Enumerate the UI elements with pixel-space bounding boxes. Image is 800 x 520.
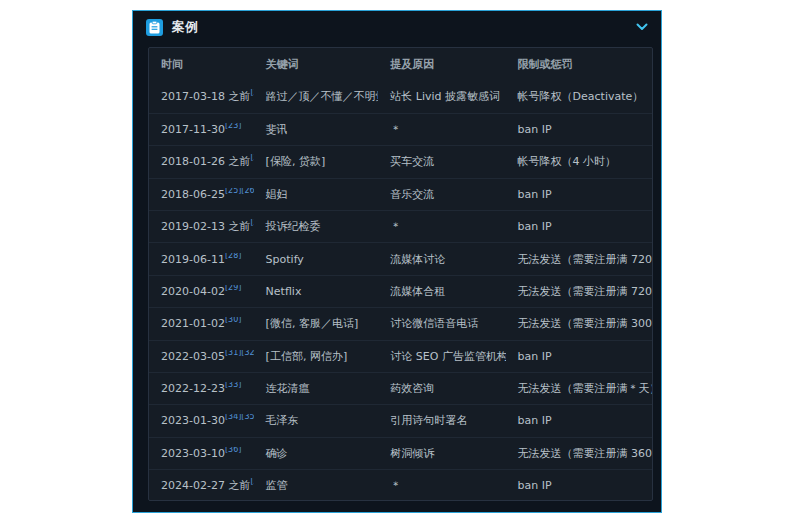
cell-penalty: ban IP bbox=[506, 479, 652, 492]
cell-time-text: 2023-01-30 bbox=[161, 414, 225, 427]
cell-keyword: 斐讯 bbox=[254, 122, 379, 137]
table-body: 2017-03-18 之前[22] 路过／顶／不懂／不明觉厉 站长 Livid … bbox=[149, 80, 652, 501]
column-header-penalty: 限制或惩罚 bbox=[506, 57, 652, 72]
column-header-reason: 提及原因 bbox=[378, 57, 505, 72]
reference-link[interactable]: [29] bbox=[225, 285, 241, 292]
cases-panel-header[interactable]: 案例 bbox=[133, 11, 661, 43]
cell-time: 2018-01-26 之前[24] bbox=[149, 154, 254, 169]
cases-panel: 案例 时间 关键词 提及原因 限制或惩罚 2017-03-18 之前[22] 路… bbox=[132, 10, 662, 513]
cell-keyword: 娼妇 bbox=[254, 187, 379, 202]
cell-penalty: ban IP bbox=[506, 414, 652, 427]
cell-penalty: 无法发送（需要注册满 360 天） bbox=[506, 446, 652, 461]
table-row: 2017-11-30[23] 斐讯 ＊ ban IP bbox=[149, 113, 652, 145]
reference-link[interactable]: [23] bbox=[225, 123, 241, 130]
cell-time-text: 2018-01-26 之前 bbox=[161, 155, 250, 168]
table-row: 2019-02-13 之前[27] 投诉纪检委 ＊ ban IP bbox=[149, 210, 652, 242]
cases-table: 时间 关键词 提及原因 限制或惩罚 2017-03-18 之前[22] 路过／顶… bbox=[148, 47, 653, 501]
reference-link[interactable]: [30] bbox=[225, 317, 241, 324]
cell-time-text: 2022-03-05 bbox=[161, 350, 225, 363]
cell-time-text: 2017-11-30 bbox=[161, 123, 225, 136]
cell-time-text: 2019-06-11 bbox=[161, 253, 225, 266]
table-row: 2019-06-11[28] Spotify 流媒体讨论 无法发送（需要注册满 … bbox=[149, 242, 652, 274]
cell-keyword: Spotify bbox=[254, 253, 379, 266]
cell-keyword: 路过／顶／不懂／不明觉厉 bbox=[254, 89, 379, 104]
cell-keyword: Netflix bbox=[254, 285, 379, 298]
cell-reason: 药效咨询 bbox=[378, 381, 505, 396]
table-row: 2017-03-18 之前[22] 路过／顶／不懂／不明觉厉 站长 Livid … bbox=[149, 80, 652, 112]
cell-time-text: 2023-03-10 bbox=[161, 447, 225, 460]
table-row: 2018-06-25[25][26] 娼妇 音乐交流 ban IP bbox=[149, 178, 652, 210]
cell-keyword: 投诉纪检委 bbox=[254, 219, 379, 234]
clipboard-icon bbox=[146, 19, 163, 36]
cell-reason: 音乐交流 bbox=[378, 187, 505, 202]
cell-time-text: 2022-12-23 bbox=[161, 382, 225, 395]
cell-reason: 站长 Livid 披露敏感词 bbox=[378, 89, 505, 104]
reference-link[interactable]: [36] bbox=[225, 447, 241, 454]
cell-time-text: 2017-03-18 之前 bbox=[161, 90, 250, 103]
cell-time-text: 2021-01-02 bbox=[161, 317, 225, 330]
cell-keyword: [工信部, 网信办] bbox=[254, 349, 379, 364]
chevron-down-icon[interactable] bbox=[636, 23, 648, 31]
table-row: 2022-12-23[33] 连花清瘟 药效咨询 无法发送（需要注册满＊天） bbox=[149, 372, 652, 404]
cell-reason: 讨论微信语音电话 bbox=[378, 316, 505, 331]
cell-reason: 买车交流 bbox=[378, 154, 505, 169]
column-header-keyword: 关键词 bbox=[254, 57, 379, 72]
cell-time: 2020-04-02[29] bbox=[149, 285, 254, 298]
table-row: 2018-01-26 之前[24] [保险, 贷款] 买车交流 帐号降权（4 小… bbox=[149, 145, 652, 177]
cell-reason: 树洞倾诉 bbox=[378, 446, 505, 461]
cell-penalty: 帐号降权（4 小时） bbox=[506, 154, 652, 169]
cell-time: 2019-02-13 之前[27] bbox=[149, 219, 254, 234]
cell-time: 2024-02-27 之前[37] bbox=[149, 478, 254, 493]
cell-time: 2021-01-02[30] bbox=[149, 317, 254, 330]
table-row: 2023-03-10[36] 确诊 树洞倾诉 无法发送（需要注册满 360 天） bbox=[149, 437, 652, 469]
cell-penalty: ban IP bbox=[506, 188, 652, 201]
cell-time-text: 2024-02-27 之前 bbox=[161, 479, 250, 492]
reference-link[interactable]: [28] bbox=[225, 253, 241, 260]
cell-keyword: 连花清瘟 bbox=[254, 381, 379, 396]
table-row: 2022-03-05[31][32] [工信部, 网信办] 讨论 SEO 广告监… bbox=[149, 340, 652, 372]
cell-penalty: 无法发送（需要注册满 300 天） bbox=[506, 316, 652, 331]
cell-keyword: 监管 bbox=[254, 478, 379, 493]
cell-reason: 流媒体合租 bbox=[378, 284, 505, 299]
cell-penalty: 帐号降权（Deactivate） bbox=[506, 89, 652, 104]
table-row: 2024-02-27 之前[37] 监管 ＊ ban IP bbox=[149, 469, 652, 501]
cell-reason: 引用诗句时署名 bbox=[378, 413, 505, 428]
cell-penalty: ban IP bbox=[506, 350, 652, 363]
cell-keyword: [微信, 客服／电话] bbox=[254, 316, 379, 331]
cell-penalty: 无法发送（需要注册满＊天） bbox=[506, 381, 652, 396]
table-row: 2023-01-30[34][35] 毛泽东 引用诗句时署名 ban IP bbox=[149, 404, 652, 436]
cell-reason: ＊ bbox=[378, 219, 505, 234]
column-header-time: 时间 bbox=[149, 57, 254, 72]
cell-penalty: 无法发送（需要注册满 720 天） bbox=[506, 252, 652, 267]
cell-penalty: ban IP bbox=[506, 220, 652, 233]
cell-reason: ＊ bbox=[378, 122, 505, 137]
reference-link[interactable]: [25][26] bbox=[225, 188, 254, 195]
reference-link[interactable]: [33] bbox=[225, 382, 241, 389]
cell-keyword: 毛泽东 bbox=[254, 413, 379, 428]
cell-time: 2022-12-23[33] bbox=[149, 382, 254, 395]
cell-time: 2019-06-11[28] bbox=[149, 253, 254, 266]
cell-time: 2022-03-05[31][32] bbox=[149, 350, 254, 363]
cell-time: 2023-01-30[34][35] bbox=[149, 414, 254, 427]
panel-title: 案例 bbox=[172, 19, 198, 36]
cell-time-text: 2018-06-25 bbox=[161, 188, 225, 201]
cell-time: 2018-06-25[25][26] bbox=[149, 188, 254, 201]
table-row: 2021-01-02[30] [微信, 客服／电话] 讨论微信语音电话 无法发送… bbox=[149, 307, 652, 339]
cell-time: 2023-03-10[36] bbox=[149, 447, 254, 460]
reference-link[interactable]: [34][35] bbox=[225, 414, 254, 421]
cell-reason: 讨论 SEO 广告监管机构 bbox=[378, 349, 505, 364]
table-row: 2020-04-02[29] Netflix 流媒体合租 无法发送（需要注册满 … bbox=[149, 275, 652, 307]
cell-time: 2017-03-18 之前[22] bbox=[149, 89, 254, 104]
cell-reason: ＊ bbox=[378, 478, 505, 493]
cell-keyword: 确诊 bbox=[254, 446, 379, 461]
table-header-row: 时间 关键词 提及原因 限制或惩罚 bbox=[149, 48, 652, 80]
reference-link[interactable]: [31][32] bbox=[225, 350, 254, 357]
cell-time-text: 2020-04-02 bbox=[161, 285, 225, 298]
cell-keyword: [保险, 贷款] bbox=[254, 154, 379, 169]
cell-penalty: ban IP bbox=[506, 123, 652, 136]
cell-time-text: 2019-02-13 之前 bbox=[161, 220, 250, 233]
cell-reason: 流媒体讨论 bbox=[378, 252, 505, 267]
cell-penalty: 无法发送（需要注册满 720 天） bbox=[506, 284, 652, 299]
cell-time: 2017-11-30[23] bbox=[149, 123, 254, 136]
